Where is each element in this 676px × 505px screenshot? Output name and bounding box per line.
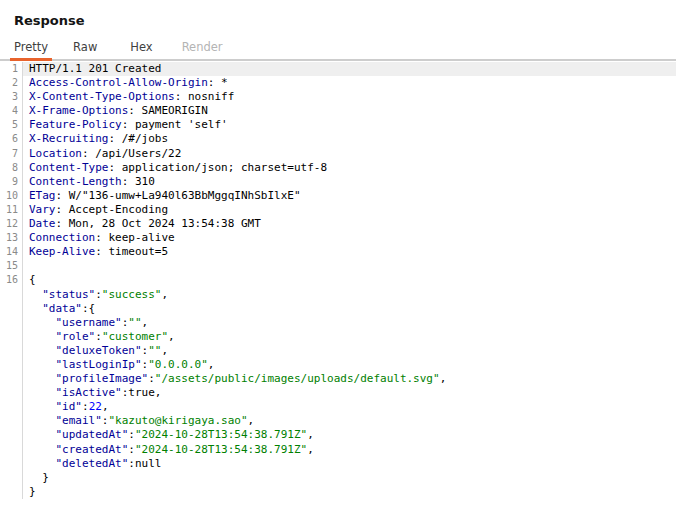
code-line-text: "role":"customer", — [23, 330, 676, 344]
code-line-text: Access-Control-Allow-Origin: * — [23, 76, 676, 90]
code-line-text: Content-Type: application/json; charset=… — [23, 161, 676, 175]
line-number — [0, 471, 23, 485]
line-number: 2 — [0, 76, 23, 90]
code-line: "email":"kazuto@kirigaya.sao", — [0, 414, 676, 428]
code-line: 16{ — [0, 273, 676, 287]
code-line-text: { — [23, 273, 676, 287]
line-number: 5 — [0, 118, 23, 132]
code-line-text: "isActive":true, — [23, 386, 676, 400]
code-line: "lastLoginIp":"0.0.0.0", — [0, 358, 676, 372]
line-number: 7 — [0, 147, 23, 161]
line-number: 16 — [0, 273, 23, 287]
line-number — [0, 428, 23, 442]
response-tabbar: Pretty Raw Hex Render — [0, 37, 676, 61]
code-line: "updatedAt":"2024-10-28T13:54:38.791Z", — [0, 428, 676, 442]
code-line: 10ETag: W/"136-umw+La940l63BbMggqINhSbIl… — [0, 189, 676, 203]
line-number: 3 — [0, 90, 23, 104]
line-number: 11 — [0, 203, 23, 217]
code-line-text: "updatedAt":"2024-10-28T13:54:38.791Z", — [23, 428, 676, 442]
line-number — [0, 443, 23, 457]
line-number: 6 — [0, 132, 23, 146]
line-number: 12 — [0, 217, 23, 231]
line-number — [0, 372, 23, 386]
code-line: 1HTTP/1.1 201 Created — [0, 62, 676, 76]
code-line: "createdAt":"2024-10-28T13:54:38.791Z", — [0, 443, 676, 457]
code-line: 13Connection: keep-alive — [0, 231, 676, 245]
code-editor[interactable]: 1HTTP/1.1 201 Created2Access-Control-All… — [0, 61, 676, 499]
code-line-text: "data":{ — [23, 302, 676, 316]
code-line-text: Date: Mon, 28 Oct 2024 13:54:38 GMT — [23, 217, 676, 231]
code-line: 6X-Recruiting: /#/jobs — [0, 132, 676, 146]
code-line: 12Date: Mon, 28 Oct 2024 13:54:38 GMT — [0, 217, 676, 231]
code-line: 11Vary: Accept-Encoding — [0, 203, 676, 217]
code-line-text: "deluxeToken":"", — [23, 344, 676, 358]
line-number — [0, 302, 23, 316]
line-number — [0, 288, 23, 302]
code-line: 9Content-Length: 310 — [0, 175, 676, 189]
line-number: 15 — [0, 259, 23, 273]
code-line-text: } — [23, 485, 676, 499]
code-line: 7Location: /api/Users/22 — [0, 147, 676, 161]
line-number — [0, 400, 23, 414]
line-number: 14 — [0, 245, 23, 259]
code-line-text: } — [23, 471, 676, 485]
code-line: "data":{ — [0, 302, 676, 316]
line-number — [0, 457, 23, 471]
line-number: 8 — [0, 161, 23, 175]
code-line: 14Keep-Alive: timeout=5 — [0, 245, 676, 259]
code-line: 8Content-Type: application/json; charset… — [0, 161, 676, 175]
code-line: "profileImage":"/assets/public/images/up… — [0, 372, 676, 386]
code-line: } — [0, 471, 676, 485]
code-line-text: X-Frame-Options: SAMEORIGIN — [23, 104, 676, 118]
line-number: 13 — [0, 231, 23, 245]
code-line: 3X-Content-Type-Options: nosniff — [0, 90, 676, 104]
code-line: "isActive":true, — [0, 386, 676, 400]
code-line-text: "status":"success", — [23, 288, 676, 302]
code-line-text: "createdAt":"2024-10-28T13:54:38.791Z", — [23, 443, 676, 457]
code-line-text: "email":"kazuto@kirigaya.sao", — [23, 414, 676, 428]
code-line: "id":22, — [0, 400, 676, 414]
line-number — [0, 386, 23, 400]
code-line-text: Connection: keep-alive — [23, 231, 676, 245]
code-line-text: ETag: W/"136-umw+La940l63BbMggqINhSbIlxE… — [23, 189, 676, 203]
code-line-text: Feature-Policy: payment 'self' — [23, 118, 676, 132]
code-line-text: Location: /api/Users/22 — [23, 147, 676, 161]
line-number — [0, 316, 23, 330]
code-line-text: "username":"", — [23, 316, 676, 330]
line-number: 10 — [0, 189, 23, 203]
line-number: 1 — [0, 62, 23, 76]
line-number — [0, 358, 23, 372]
code-line: 4X-Frame-Options: SAMEORIGIN — [0, 104, 676, 118]
line-number — [0, 330, 23, 344]
code-line: "status":"success", — [0, 288, 676, 302]
line-number — [0, 485, 23, 499]
code-line: "role":"customer", — [0, 330, 676, 344]
code-line-text: X-Content-Type-Options: nosniff — [23, 90, 676, 104]
code-line-text: HTTP/1.1 201 Created — [23, 62, 676, 76]
code-line: } — [0, 485, 676, 499]
line-number — [0, 344, 23, 358]
code-line: "deluxeToken":"", — [0, 344, 676, 358]
tab-hex[interactable]: Hex — [126, 37, 156, 61]
code-line-text: "profileImage":"/assets/public/images/up… — [23, 372, 676, 386]
code-line-text: Content-Length: 310 — [23, 175, 676, 189]
code-line: 15 — [0, 259, 676, 273]
tab-raw[interactable]: Raw — [69, 37, 101, 61]
tab-render: Render — [178, 37, 227, 61]
code-line: 5Feature-Policy: payment 'self' — [0, 118, 676, 132]
line-number: 4 — [0, 104, 23, 118]
line-number — [0, 414, 23, 428]
code-line-text: "lastLoginIp":"0.0.0.0", — [23, 358, 676, 372]
code-line: 2Access-Control-Allow-Origin: * — [0, 76, 676, 90]
code-line-text — [23, 259, 676, 273]
line-number: 9 — [0, 175, 23, 189]
code-line-text: X-Recruiting: /#/jobs — [23, 132, 676, 146]
code-line-text: "deletedAt":null — [23, 457, 676, 471]
code-line: "deletedAt":null — [0, 457, 676, 471]
code-line-text: Vary: Accept-Encoding — [23, 203, 676, 217]
code-line-text: Keep-Alive: timeout=5 — [23, 245, 676, 259]
response-panel-title: Response — [0, 0, 676, 28]
code-line-text: "id":22, — [23, 400, 676, 414]
code-line: "username":"", — [0, 316, 676, 330]
tab-pretty[interactable]: Pretty — [10, 37, 52, 61]
